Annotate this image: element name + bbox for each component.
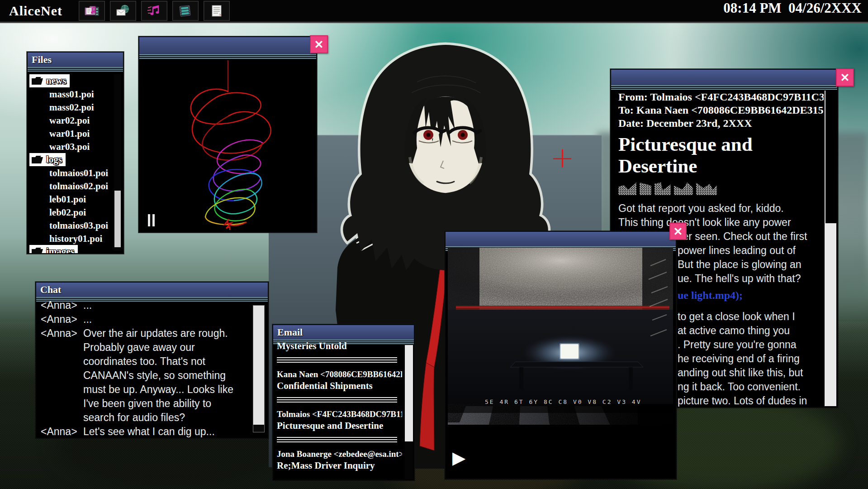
file-item[interactable]: images: [28, 246, 123, 253]
app-title: AliceNet: [9, 3, 62, 19]
email-window-titlebar[interactable]: Email: [273, 325, 414, 340]
visualizer-canvas: [139, 60, 316, 232]
chat-sender: <Anna>: [41, 326, 83, 425]
scrollbar-thumb[interactable]: [405, 345, 413, 441]
chat-sender: <Anna>: [41, 425, 83, 438]
video-player-window: ✕: [445, 231, 677, 479]
files-window: Files news: [27, 52, 124, 254]
email-body-line: ue. The hell's up with that?: [678, 272, 824, 286]
scrollbar-thumb[interactable]: [825, 223, 836, 406]
folder-icon: [31, 247, 43, 253]
email-list-item[interactable]: Kana Naen <708086CE9BB61642DE Confidenti…: [277, 369, 402, 403]
email-list-window: Email Mysteries Untold Kana Naen <708086…: [272, 324, 415, 481]
video-titlebar[interactable]: [446, 232, 676, 246]
notes-app-icon[interactable]: [204, 1, 230, 21]
files-app-icon[interactable]: [79, 1, 105, 21]
window-separator: [139, 54, 316, 60]
audio-visualizer-window: ✕: [138, 36, 317, 233]
chat-message: <Anna> ...: [41, 312, 251, 326]
file-item[interactable]: leb02.poi: [28, 206, 123, 220]
email-to-line: To: Kana Naen <708086CE9BB61642DE315B4EB…: [618, 104, 824, 117]
email-list-item[interactable]: Mysteries Untold: [277, 340, 402, 363]
email-body-line: power lines leading out of: [678, 244, 824, 258]
chat-message: <Anna> Let's see what I can dig up...: [41, 425, 251, 438]
pause-icon[interactable]: [147, 214, 157, 226]
desktop: AliceNet: [0, 0, 868, 489]
chat-window-titlebar[interactable]: Chat: [36, 283, 268, 297]
email-separator: [277, 397, 397, 403]
email-list: Mysteries Untold Kana Naen <708086CE9BB6…: [277, 340, 402, 480]
file-item[interactable]: war03.poi: [28, 141, 123, 154]
window-separator: [28, 67, 123, 72]
chat-text: ...: [83, 312, 251, 326]
video-app-icon[interactable]: [172, 1, 199, 21]
email-body-line: to get a close look when I: [678, 310, 824, 324]
email-body-line: ue light.mp4);: [678, 289, 824, 302]
email-scrollbar[interactable]: [405, 345, 413, 479]
email-subject-title: Picturesque and Desertine: [618, 134, 817, 177]
folder-icon: [31, 77, 43, 85]
email-body-line: he receiving end of a firing: [678, 352, 824, 366]
email-sender: Jona Boanerge <zebedee@esa.int>: [277, 449, 402, 459]
red-crosshair-cursor: [553, 149, 571, 168]
email-subject: Picturesque and Desertine: [277, 420, 402, 431]
chat-sender: <Anna>: [41, 312, 83, 326]
close-icon[interactable]: ✕: [669, 223, 687, 240]
email-sender: Tolmaios <F4FC243B468DC97B11C3: [277, 409, 402, 419]
file-item[interactable]: mass02.poi: [28, 101, 123, 115]
chat-message: <Anna> ...: [41, 298, 251, 312]
files-window-title: Files: [32, 54, 52, 66]
reader-titlebar[interactable]: [611, 70, 837, 85]
email-subject: Re;Mass Driver Inquiry: [277, 460, 402, 471]
close-icon[interactable]: ✕: [310, 35, 328, 53]
file-item[interactable]: tolmaios03.poi: [28, 220, 123, 233]
email-list-item[interactable]: Tolmaios <F4FC243B468DC97B11C3 Picturesq…: [277, 409, 402, 443]
scrollbar-end[interactable]: [253, 425, 264, 432]
file-item[interactable]: leb01.poi: [28, 193, 123, 206]
email-body-line: picture two. Lots of dudes in: [678, 394, 824, 407]
top-menu-bar: AliceNet: [0, 0, 868, 23]
email-sender: Kana Naen <708086CE9BB61642DE: [277, 369, 402, 379]
email-body-line: Got that report you asked for, kiddo.: [618, 201, 824, 216]
folder-icon: [31, 155, 43, 164]
files-scrollbar[interactable]: [114, 74, 121, 251]
file-item[interactable]: tolmaios01.poi: [28, 167, 123, 180]
email-body-line: at active camo thing you: [678, 324, 824, 338]
email-body-line: anding out shit like this, but: [678, 366, 824, 380]
email-list-item[interactable]: Jona Boanerge <zebedee@esa.int> Re;Mass …: [277, 449, 402, 471]
chat-messages: <Anna> ... <Anna> ... <Anna> Over the ai…: [41, 298, 251, 438]
email-date-line: Date: December 23rd, 2XXX: [618, 117, 824, 130]
file-item[interactable]: history01.poi: [28, 233, 123, 246]
email-body-line: . Pretty sure you're gonna: [678, 338, 824, 352]
email-from-line: From: Tolmaios <F4FC243B468DC97B11C33C4D…: [618, 91, 824, 104]
file-item[interactable]: war01.poi: [28, 128, 123, 141]
visualizer-titlebar[interactable]: [139, 37, 316, 54]
app-launcher-icons: [79, 1, 230, 21]
scrollbar-thumb[interactable]: [114, 191, 121, 247]
file-item[interactable]: war02.poi: [28, 115, 123, 128]
file-item[interactable]: news: [28, 75, 123, 88]
file-item[interactable]: logs: [28, 154, 123, 167]
mail-app-icon[interactable]: [110, 1, 136, 21]
email-body-line: This thing doesn't look like any power: [618, 216, 824, 230]
files-window-titlebar[interactable]: Files: [28, 53, 123, 67]
close-icon[interactable]: ✕: [836, 68, 854, 86]
corrupted-glyphs: [618, 182, 824, 195]
video-caption-text: 5E 4R 6T 6Y 8C C8 V0 V8 C2 V3 4V: [485, 398, 641, 405]
chat-sender: <Anna>: [41, 298, 83, 312]
play-button[interactable]: ▶: [452, 449, 465, 466]
file-item[interactable]: tolmaios02.poi: [28, 180, 123, 193]
window-separator: [611, 85, 837, 91]
email-separator: [277, 437, 397, 443]
email-body-line: ver seen. Check out the first: [678, 230, 824, 244]
file-item[interactable]: mass01.poi: [28, 88, 123, 101]
files-list: news mass01.poi: [28, 72, 123, 253]
email-body-line: ng it back. Too convenient.: [678, 380, 824, 394]
chat-message: <Anna> Over the air updates are rough.Pr…: [41, 326, 251, 425]
chat-scrollbar[interactable]: [253, 305, 265, 432]
email-subject: Mysteries Untold: [277, 340, 402, 352]
email-window-title: Email: [277, 326, 303, 338]
reader-scrollbar[interactable]: [825, 91, 836, 406]
music-app-icon[interactable]: [141, 1, 167, 21]
chat-text: ...: [83, 298, 251, 312]
